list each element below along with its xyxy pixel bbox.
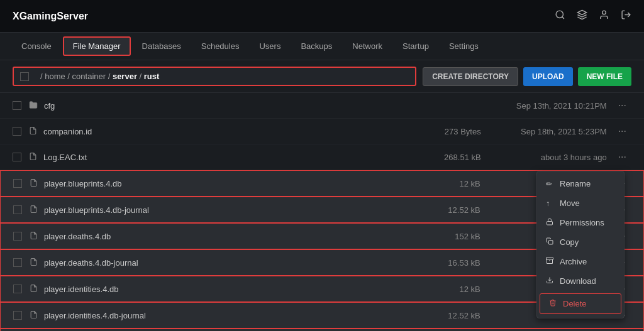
nav: Console File Manager Databases Schedules…: [0, 33, 644, 60]
header-icons: [555, 9, 631, 23]
file-size: 16.53 kB: [424, 258, 480, 268]
table-row: player.blueprints.4.db 12 kB 1 day ago ·…: [0, 170, 644, 197]
nav-file-manager[interactable]: File Manager: [63, 36, 131, 56]
svg-point-3: [602, 11, 606, 14]
file-date: Sep 18th, 2021 5:23PM: [494, 127, 607, 136]
delete-icon: [549, 299, 558, 308]
file-size: 273 Bytes: [425, 127, 481, 136]
file-name[interactable]: player.deaths.4.db: [44, 232, 424, 241]
file-icon: [30, 178, 38, 189]
file-icon: [30, 205, 38, 215]
context-move-label: Move: [560, 198, 580, 208]
row-checkbox[interactable]: [13, 232, 22, 241]
file-date: about 3 hours ago: [494, 153, 607, 162]
file-icon: [30, 231, 38, 242]
file-size: 152 kB: [424, 232, 480, 241]
folder-icon: [29, 100, 38, 111]
permissions-icon: [546, 218, 555, 227]
file-name[interactable]: companion.id: [43, 127, 425, 136]
upload-button[interactable]: UPLOAD: [523, 67, 573, 86]
svg-line-1: [562, 17, 564, 19]
svg-rect-6: [549, 241, 553, 245]
file-name[interactable]: player.blueprints.4.db-journal: [44, 205, 424, 215]
layers-icon[interactable]: [577, 9, 587, 23]
logout-icon[interactable]: [621, 9, 631, 23]
svg-point-0: [556, 11, 563, 18]
file-menu-button[interactable]: ···: [613, 124, 631, 138]
context-delete-label: Delete: [563, 299, 587, 308]
file-icon: [29, 152, 37, 163]
nav-console[interactable]: Console: [13, 38, 60, 55]
download-icon: [546, 276, 555, 286]
breadcrumb[interactable]: / home / container / server / rust: [13, 67, 416, 86]
file-size: 268.51 kB: [425, 153, 481, 162]
file-icon: [29, 126, 37, 137]
file-date: Sep 13th, 2021 10:21PM: [494, 101, 607, 111]
file-size: 12.52 kB: [424, 205, 480, 215]
file-name[interactable]: player.identities.4.db: [44, 285, 424, 294]
context-copy-label: Copy: [560, 237, 579, 247]
search-icon[interactable]: [555, 9, 565, 23]
breadcrumb-path: / home / container / server / rust: [40, 72, 159, 81]
file-size: 12 kB: [424, 285, 480, 294]
table-row: companion.id 273 Bytes Sep 18th, 2021 5:…: [0, 119, 644, 144]
new-file-button[interactable]: NEW FILE: [578, 67, 631, 86]
toolbar-buttons: CREATE DIRECTORY UPLOAD NEW FILE: [423, 67, 631, 86]
table-row: Log.EAC.txt 268.51 kB about 3 hours ago …: [0, 144, 644, 170]
context-rename-label: Rename: [560, 179, 591, 188]
nav-schedules[interactable]: Schedules: [192, 38, 248, 55]
select-all-checkbox[interactable]: [20, 72, 29, 81]
file-icon: [30, 258, 38, 268]
file-list: cfg Sep 13th, 2021 10:21PM ··· companion…: [0, 93, 644, 331]
file-name[interactable]: player.identities.4.db-journal: [44, 311, 424, 320]
context-permissions[interactable]: Permissions: [537, 213, 624, 232]
table-row: cfg Sep 13th, 2021 10:21PM ···: [0, 93, 644, 119]
context-copy[interactable]: Copy: [537, 232, 624, 252]
file-icon: [30, 310, 38, 321]
nav-settings[interactable]: Settings: [440, 38, 487, 55]
row-checkbox[interactable]: [13, 311, 22, 320]
svg-rect-5: [547, 222, 553, 225]
row-checkbox[interactable]: [13, 179, 22, 188]
user-icon[interactable]: [599, 9, 609, 23]
row-checkbox[interactable]: [13, 205, 22, 214]
file-menu-button[interactable]: ···: [613, 99, 631, 112]
nav-users[interactable]: Users: [250, 38, 289, 55]
archive-icon: [546, 257, 555, 266]
row-checkbox[interactable]: [13, 101, 21, 110]
copy-icon: [546, 237, 555, 247]
context-menu: ✏ Rename ↑ Move Permissions Copy: [536, 171, 625, 318]
row-checkbox[interactable]: [13, 127, 21, 136]
row-checkbox[interactable]: [13, 153, 21, 161]
file-name[interactable]: player.blueprints.4.db: [44, 179, 424, 188]
file-name[interactable]: player.deaths.4.db-journal: [44, 258, 424, 268]
context-permissions-label: Permissions: [560, 218, 604, 227]
context-download[interactable]: Download: [537, 271, 624, 291]
toolbar: / home / container / server / rust CREAT…: [0, 60, 644, 93]
file-size: 12 kB: [424, 179, 480, 188]
file-menu-button[interactable]: ···: [613, 150, 631, 164]
nav-startup[interactable]: Startup: [394, 38, 438, 55]
context-move[interactable]: ↑ Move: [537, 193, 624, 213]
svg-marker-2: [577, 10, 586, 14]
app-title: XGamingServer: [13, 11, 88, 22]
row-checkbox[interactable]: [13, 285, 22, 293]
header: XGamingServer: [0, 0, 644, 33]
rename-icon: ✏: [546, 180, 555, 188]
context-delete[interactable]: Delete: [540, 293, 621, 314]
context-download-label: Download: [560, 276, 596, 286]
nav-network[interactable]: Network: [343, 38, 391, 55]
nav-databases[interactable]: Databases: [133, 38, 190, 55]
row-checkbox[interactable]: [13, 258, 22, 267]
file-name[interactable]: Log.EAC.txt: [43, 153, 425, 162]
file-icon: [30, 284, 38, 295]
create-directory-button[interactable]: CREATE DIRECTORY: [423, 67, 518, 86]
file-name[interactable]: cfg: [44, 101, 425, 111]
context-archive[interactable]: Archive: [537, 252, 624, 271]
nav-backups[interactable]: Backups: [292, 38, 341, 55]
context-archive-label: Archive: [560, 257, 587, 266]
svg-rect-7: [547, 258, 553, 260]
move-icon: ↑: [546, 199, 555, 208]
table-row: player.states.216.db 40 kB ···: [0, 328, 644, 331]
context-rename[interactable]: ✏ Rename: [537, 174, 624, 193]
